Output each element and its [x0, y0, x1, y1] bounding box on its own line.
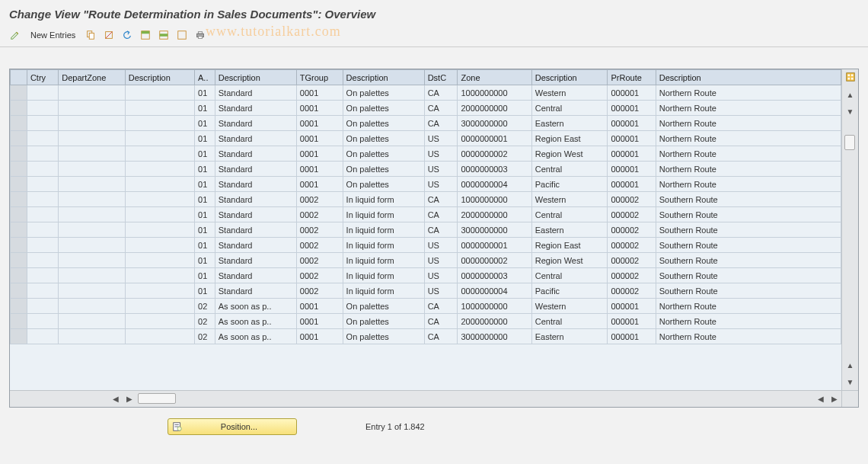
col-zone[interactable]: Zone — [458, 70, 531, 85]
cell-tg[interactable]: 0002 — [296, 253, 343, 268]
col-departzone[interactable]: DepartZone — [59, 70, 126, 85]
cell-a[interactable]: 01 — [195, 283, 215, 299]
cell-dstc[interactable]: CA — [424, 85, 458, 101]
cell-dstc[interactable]: US — [424, 253, 458, 268]
cell-zone[interactable]: 0000000001 — [458, 131, 531, 146]
cell-tg[interactable]: 0002 — [296, 268, 343, 283]
table-row[interactable]: 01Standard0002In liquid formUS0000000004… — [11, 283, 841, 299]
copy-as-icon[interactable] — [83, 27, 98, 43]
cell-pr[interactable]: 000002 — [608, 268, 656, 283]
cell-ctry[interactable] — [27, 146, 58, 162]
cell-d2[interactable]: Standard — [215, 177, 296, 192]
table-row[interactable]: 01Standard0001On palettesCA2000000000Cen… — [11, 101, 841, 116]
cell-tg[interactable]: 0001 — [296, 146, 343, 162]
cell-dz[interactable] — [59, 162, 126, 177]
cell-d4[interactable]: Region West — [531, 253, 608, 268]
cell-d2[interactable]: Standard — [215, 192, 296, 207]
col-a[interactable]: A.. — [195, 70, 215, 85]
cell-tg[interactable]: 0001 — [296, 85, 343, 101]
col-tgroup[interactable]: TGroup — [296, 70, 343, 85]
cell-d4[interactable]: Eastern — [531, 222, 608, 238]
cell-tg[interactable]: 0002 — [296, 238, 343, 253]
cell-tg[interactable]: 0001 — [296, 329, 343, 344]
cell-a[interactable]: 01 — [195, 101, 215, 116]
cell-d1[interactable] — [125, 314, 194, 329]
cell-d4[interactable]: Central — [531, 314, 608, 329]
cell-tg[interactable]: 0001 — [296, 314, 343, 329]
cell-a[interactable]: 01 — [195, 131, 215, 146]
cell-d5[interactable]: Southern Route — [656, 238, 841, 253]
cell-d3[interactable]: In liquid form — [343, 268, 424, 283]
row-selector[interactable] — [11, 116, 27, 131]
cell-ctry[interactable] — [27, 101, 58, 116]
scroll-up-icon[interactable]: ▲ — [844, 88, 857, 101]
cell-d4[interactable]: Region East — [531, 238, 608, 253]
cell-d1[interactable] — [125, 283, 194, 299]
cell-dz[interactable] — [59, 85, 126, 101]
cell-pr[interactable]: 000001 — [608, 177, 656, 192]
cell-d5[interactable]: Northern Route — [656, 131, 841, 146]
cell-pr[interactable]: 000002 — [608, 222, 656, 238]
cell-d1[interactable] — [125, 238, 194, 253]
cell-d1[interactable] — [125, 299, 194, 314]
cell-ctry[interactable] — [27, 268, 58, 283]
cell-d2[interactable]: Standard — [215, 162, 296, 177]
cell-d4[interactable]: Central — [531, 162, 608, 177]
row-selector[interactable] — [11, 253, 27, 268]
position-button[interactable]: Position... — [168, 418, 297, 435]
cell-d4[interactable]: Central — [531, 207, 608, 222]
cell-d4[interactable]: Western — [531, 299, 608, 314]
cell-d5[interactable]: Northern Route — [656, 116, 841, 131]
cell-d1[interactable] — [125, 85, 194, 101]
col-desc2[interactable]: Description — [215, 70, 296, 85]
cell-dz[interactable] — [59, 207, 126, 222]
cell-d1[interactable] — [125, 177, 194, 192]
cell-ctry[interactable] — [27, 253, 58, 268]
cell-d5[interactable]: Northern Route — [656, 329, 841, 344]
cell-dstc[interactable]: US — [424, 268, 458, 283]
cell-dz[interactable] — [59, 268, 126, 283]
cell-tg[interactable]: 0002 — [296, 207, 343, 222]
table-row[interactable]: 01Standard0002In liquid formCA2000000000… — [11, 207, 841, 222]
cell-pr[interactable]: 000002 — [608, 283, 656, 299]
cell-d5[interactable]: Northern Route — [656, 177, 841, 192]
cell-a[interactable]: 01 — [195, 207, 215, 222]
cell-ctry[interactable] — [27, 162, 58, 177]
col-prroute[interactable]: PrRoute — [608, 70, 656, 85]
col-desc3[interactable]: Description — [343, 70, 424, 85]
cell-d3[interactable]: In liquid form — [343, 283, 424, 299]
scroll-right2-icon[interactable]: ▶ — [828, 392, 841, 406]
cell-a[interactable]: 01 — [195, 238, 215, 253]
cell-pr[interactable]: 000001 — [608, 329, 656, 344]
cell-d2[interactable]: Standard — [215, 101, 296, 116]
cell-dstc[interactable]: CA — [424, 222, 458, 238]
cell-d1[interactable] — [125, 268, 194, 283]
cell-d5[interactable]: Northern Route — [656, 85, 841, 101]
vertical-scrollbar[interactable]: ▲ ▼ ▲ ▼ — [841, 69, 858, 390]
cell-zone[interactable]: 3000000000 — [458, 222, 531, 238]
cell-d5[interactable]: Southern Route — [656, 222, 841, 238]
cell-d4[interactable]: Central — [531, 101, 608, 116]
cell-ctry[interactable] — [27, 283, 58, 299]
cell-d1[interactable] — [125, 116, 194, 131]
cell-a[interactable]: 02 — [195, 314, 215, 329]
cell-tg[interactable]: 0001 — [296, 177, 343, 192]
row-selector[interactable] — [11, 131, 27, 146]
cell-pr[interactable]: 000001 — [608, 131, 656, 146]
cell-d5[interactable]: Southern Route — [656, 283, 841, 299]
cell-d4[interactable]: Region East — [531, 131, 608, 146]
cell-d3[interactable]: On palettes — [343, 177, 424, 192]
table-row[interactable]: 01Standard0002In liquid formCA3000000000… — [11, 222, 841, 238]
cell-zone[interactable]: 0000000003 — [458, 162, 531, 177]
col-desc5[interactable]: Description — [656, 70, 841, 85]
cell-d2[interactable]: Standard — [215, 116, 296, 131]
deselect-all-icon[interactable] — [174, 27, 190, 43]
cell-dz[interactable] — [59, 299, 126, 314]
scroll-down-icon[interactable]: ▼ — [844, 104, 857, 118]
scroll-thumb[interactable] — [844, 135, 855, 150]
cell-zone[interactable]: 0000000003 — [458, 268, 531, 283]
row-selector[interactable] — [11, 329, 27, 344]
cell-dz[interactable] — [59, 131, 126, 146]
cell-dstc[interactable]: US — [424, 131, 458, 146]
cell-dstc[interactable]: CA — [424, 192, 458, 207]
